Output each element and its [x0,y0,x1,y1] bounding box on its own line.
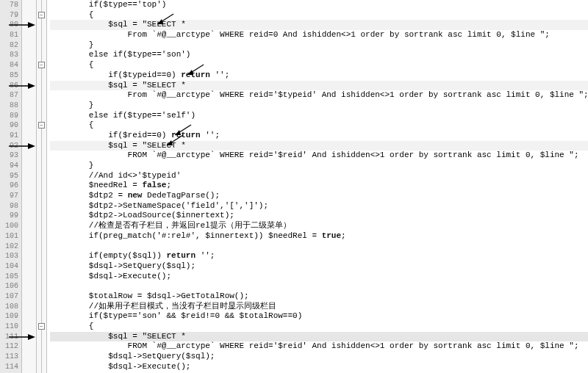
code-line[interactable]: if($typeid==0) return ''; [50,70,588,81]
line-number: 110 [0,322,18,332]
code-line[interactable]: $dsql->Execute(); [50,362,588,372]
code-line[interactable]: $dtp2 = new DedeTagParse(); [50,191,588,201]
code-editor: 7879808182838485868788899091929394959697… [0,0,588,373]
code-line[interactable]: } [50,40,588,51]
code-line[interactable] [50,242,588,252]
fold-toggle-icon[interactable]: − [38,323,45,330]
line-number: 84 [0,60,18,70]
line-number: 82 [0,40,18,51]
code-line[interactable]: $dtp2->SetNameSpace('field','[',']'); [50,201,588,211]
line-number: 109 [0,311,18,322]
code-line[interactable]: } [50,101,588,111]
fold-toggle-icon[interactable]: − [38,62,45,68]
code-line[interactable]: { [50,120,588,131]
code-line[interactable]: if($reid==0) return ''; [50,131,588,141]
svg-marker-3 [28,83,35,89]
svg-marker-5 [28,143,35,149]
line-number: 97 [0,191,18,201]
line-number: 104 [0,261,18,272]
code-line[interactable]: $sql = "SELECT * [50,81,588,91]
line-number: 80 [0,20,18,30]
line-number: 81 [0,30,18,40]
svg-marker-7 [28,334,35,340]
line-number: 78 [0,0,18,10]
line-number: 99 [0,211,18,221]
code-line[interactable]: else if($type=='self') [50,111,588,121]
line-number: 91 [0,131,18,141]
code-line[interactable]: $sql = "SELECT * [50,332,588,342]
fold-toggle-icon[interactable]: − [38,12,45,18]
code-line[interactable]: if($type=='top') [50,0,588,10]
line-number: 94 [0,161,18,171]
line-number: 105 [0,272,18,282]
svg-marker-1 [28,22,35,28]
code-line[interactable]: $dsql->SetQuery($sql); [50,352,588,362]
code-line[interactable]: } [50,161,588,171]
line-number: 96 [0,181,18,191]
line-number-gutter: 7879808182838485868788899091929394959697… [0,0,22,373]
code-line[interactable]: $sql = "SELECT * [50,20,588,30]
line-number: 87 [0,90,18,101]
code-area[interactable]: if($type=='top') { $sql = "SELECT * From… [47,0,588,373]
code-line[interactable]: FROM `#@__arctype` WHERE reid='$reid' An… [50,341,588,352]
line-number: 88 [0,101,18,111]
line-number: 112 [0,341,18,352]
line-number: 101 [0,231,18,242]
code-line[interactable]: if(empty($sql)) return ''; [50,251,588,261]
code-line[interactable]: FROM `#@__arctype` WHERE reid='$reid' An… [50,151,588,161]
code-line[interactable]: $needRel = false; [50,181,588,191]
fold-toggle-icon[interactable]: − [38,122,45,128]
line-number: 93 [0,151,18,161]
code-line[interactable]: if($type=='son' && $reid!=0 && $totalRow… [50,311,588,322]
line-number: 89 [0,111,18,121]
code-line[interactable]: if(preg_match('#:rel#', $innertext)) $ne… [50,231,588,242]
line-number: 83 [0,50,18,60]
code-line[interactable]: //如果用子栏目模式，当没有子栏目时显示同级栏目 [50,302,588,312]
line-number: 86 [0,81,18,91]
code-line[interactable]: { [50,322,588,332]
code-line[interactable]: $dtp2->LoadSource($innertext); [50,211,588,221]
line-number: 90 [0,120,18,131]
code-line[interactable]: //检查是否有子栏目，并返回rel提示（用于二级菜单） [50,221,588,231]
line-number: 102 [0,242,18,252]
line-number: 111 [0,332,18,342]
line-number: 106 [0,281,18,291]
line-number: 107 [0,291,18,302]
line-number: 85 [0,70,18,81]
line-number: 98 [0,201,18,211]
code-line[interactable]: else if($type=='son') [50,50,588,60]
code-line[interactable]: { [50,60,588,70]
fold-column: −−−− [37,0,47,373]
code-line[interactable]: $totalRow = $dsql->GetTotalRow(); [50,291,588,302]
line-number: 113 [0,352,18,362]
code-line[interactable]: $dsql->Execute(); [50,272,588,282]
code-line[interactable]: //And id<>'$typeid' [50,171,588,181]
code-line[interactable]: From `#@__arctype` WHERE reid='$typeid' … [50,90,588,101]
line-number: 103 [0,251,18,261]
line-number: 92 [0,141,18,151]
code-line[interactable]: From `#@__arctype` WHERE reid=0 And ishi… [50,30,588,40]
line-number: 100 [0,221,18,231]
code-line[interactable]: $sql = "SELECT * [50,141,588,151]
line-number: 114 [0,362,18,372]
code-line[interactable]: { [50,10,588,21]
marker-margin [22,0,37,373]
line-number: 108 [0,302,18,312]
code-line[interactable]: $dsql->SetQuery($sql); [50,261,588,272]
line-number: 95 [0,171,18,181]
code-line[interactable] [50,281,588,291]
line-number: 79 [0,10,18,21]
